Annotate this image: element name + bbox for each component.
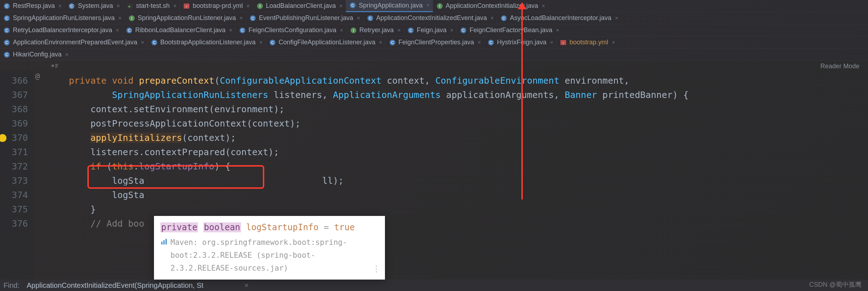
- line-number: 371: [0, 145, 28, 159]
- line-number: 369: [0, 117, 28, 131]
- find-input[interactable]: [26, 281, 241, 290]
- code-line[interactable]: if (this.logStartupInfo) {: [47, 159, 868, 174]
- close-icon[interactable]: ×: [357, 15, 360, 21]
- editor-tab[interactable]: CFeignClientProperties.java×: [386, 36, 484, 49]
- tab-label: BootstrapApplicationListener.java: [160, 39, 256, 46]
- editor-tab[interactable]: CRetryLoadBalancerInterceptor.java×: [0, 24, 122, 36]
- close-icon[interactable]: ×: [259, 39, 262, 46]
- close-icon[interactable]: ×: [229, 27, 232, 34]
- tab-label: RestResp.java: [13, 2, 55, 10]
- tab-label: ApplicationEnvironmentPreparedEvent.java: [13, 39, 137, 46]
- code-line[interactable]: postProcessApplicationContext(context);: [47, 117, 868, 131]
- close-icon[interactable]: ×: [615, 15, 618, 21]
- editor-tab[interactable]: CHystrixFeign.java×: [484, 36, 556, 49]
- editor-tab[interactable]: CBootstrapApplicationListener.java×: [148, 36, 266, 49]
- editor-tab[interactable]: CAsyncLoadBalancerInterceptor.java×: [497, 12, 622, 24]
- close-icon[interactable]: ×: [426, 2, 429, 9]
- code-line[interactable]: listeners.contextPrepared(context);: [47, 145, 868, 159]
- svg-text:Y: Y: [563, 41, 565, 45]
- svg-text:C: C: [5, 28, 8, 33]
- editor-tab[interactable]: Ybootstrap.yml×: [556, 36, 618, 49]
- close-icon[interactable]: ×: [379, 39, 382, 46]
- tab-label: RetryLoadBalancerInterceptor.java: [13, 26, 112, 34]
- tab-label: start-test.sh: [136, 2, 170, 10]
- editor-tab[interactable]: CRibbonLoadBalancerClient.java×: [122, 24, 236, 36]
- code-line[interactable]: SpringApplicationRunListeners listeners,…: [47, 88, 868, 102]
- quick-doc-tooltip: private boolean logStartupInfo = true Ma…: [154, 216, 385, 280]
- line-number: 376: [0, 217, 28, 231]
- editor-tab[interactable]: ILoadBalancerClient.java×: [253, 0, 346, 12]
- editor-tab[interactable]: ISpringApplicationRunListener.java×: [125, 12, 246, 24]
- close-icon[interactable]: ×: [542, 3, 545, 9]
- close-icon[interactable]: ×: [141, 39, 144, 46]
- close-icon[interactable]: ×: [339, 3, 343, 9]
- editor-tab[interactable]: ▶start-test.sh×: [123, 0, 180, 12]
- reader-mode-label[interactable]: Reader Mode: [820, 63, 859, 70]
- code-line[interactable]: context.setEnvironment(environment);: [47, 102, 868, 117]
- close-icon[interactable]: ×: [246, 3, 250, 9]
- svg-text:C: C: [409, 28, 412, 33]
- close-icon[interactable]: ×: [478, 39, 481, 46]
- editor-tab[interactable]: CRestResp.java×: [0, 0, 65, 12]
- code-line[interactable]: private void prepareContext(Configurable…: [47, 74, 868, 88]
- svg-text:C: C: [128, 28, 131, 33]
- close-icon[interactable]: ×: [397, 27, 401, 34]
- intention-bulb-icon[interactable]: [0, 134, 6, 142]
- tooltip-keyword-boolean: boolean: [203, 222, 241, 232]
- editor-tab[interactable]: CSpringApplication.java×: [346, 0, 433, 12]
- close-icon[interactable]: ×: [58, 3, 62, 9]
- tab-row: CSpringApplicationRunListeners.java×ISpr…: [0, 12, 868, 24]
- find-close-icon[interactable]: ×: [244, 281, 249, 290]
- editor-tab[interactable]: Ybootstrap-prd.yml×: [180, 0, 253, 12]
- tab-row: CApplicationEnvironmentPreparedEvent.jav…: [0, 36, 868, 49]
- tab-row: CRestResp.java×CSystem.java×▶start-test.…: [0, 0, 868, 12]
- code-line[interactable]: applyInitializers(context);: [47, 131, 868, 145]
- breadcrumb-bar: [0, 61, 868, 71]
- close-icon[interactable]: ×: [240, 15, 243, 21]
- line-number: 366: [0, 74, 28, 88]
- svg-text:C: C: [5, 53, 8, 57]
- editor-tab[interactable]: CEventPublishingRunListener.java×: [246, 12, 363, 24]
- close-icon[interactable]: ×: [65, 51, 68, 58]
- editor-tab[interactable]: CFeign.java×: [404, 24, 457, 36]
- line-number-gutter: 366367368369370371372373374375376: [0, 71, 33, 291]
- editor-tab[interactable]: CSpringApplicationRunListeners.java×: [0, 12, 125, 24]
- close-icon[interactable]: ×: [116, 27, 119, 34]
- tab-label: EventPublishingRunListener.java: [259, 14, 353, 22]
- editor-tab[interactable]: CApplicationEnvironmentPreparedEvent.jav…: [0, 36, 148, 49]
- editor-tab[interactable]: CConfigFileApplicationListener.java×: [266, 36, 386, 49]
- breadcrumb-icon: [50, 63, 59, 68]
- code-line[interactable]: logSta: [47, 188, 868, 202]
- editor-tab[interactable]: IApplicationContextInitializer.java×: [433, 0, 549, 12]
- line-number: 373: [0, 174, 28, 188]
- tab-label: ApplicationContextInitializedEvent.java: [376, 14, 487, 22]
- tooltip-menu-icon[interactable]: ⋮: [372, 262, 381, 275]
- tooltip-field-name: logStartupInfo: [246, 222, 318, 232]
- find-bar: Find: ×: [0, 280, 868, 291]
- code-line[interactable]: logStaxxxxxxxxxxxxxxxxxxxxxxxxxxxxxxxxxl…: [47, 174, 868, 188]
- svg-text:C: C: [5, 4, 8, 8]
- find-label: Find:: [4, 281, 19, 290]
- close-icon[interactable]: ×: [118, 15, 121, 21]
- close-icon[interactable]: ×: [556, 27, 559, 34]
- editor-tab[interactable]: IRetryer.java×: [347, 24, 404, 36]
- close-icon[interactable]: ×: [450, 27, 453, 34]
- code-line[interactable]: }: [47, 202, 868, 217]
- editor-tab[interactable]: CApplicationContextInitializedEvent.java…: [363, 12, 497, 24]
- tab-label: FeignClientProperties.java: [399, 39, 474, 46]
- maven-icon: [160, 238, 168, 245]
- close-icon[interactable]: ×: [612, 39, 615, 46]
- close-icon[interactable]: ×: [550, 39, 553, 46]
- editor-tab[interactable]: CSystem.java×: [65, 0, 123, 12]
- tab-label: bootstrap.yml: [569, 39, 608, 46]
- close-icon[interactable]: ×: [340, 27, 343, 34]
- close-icon[interactable]: ×: [116, 3, 120, 9]
- tab-label: Feign.java: [417, 26, 447, 34]
- editor-tab[interactable]: CHikariConfig.java×: [0, 49, 72, 61]
- close-icon[interactable]: ×: [491, 15, 494, 21]
- watermark: CSDN @蜀中孤鹰: [809, 280, 862, 289]
- editor-tab[interactable]: CFeignClientsConfiguration.java×: [236, 24, 346, 36]
- editor-tab[interactable]: CFeignClientFactoryBean.java×: [457, 24, 562, 36]
- tab-label: bootstrap-prd.yml: [193, 2, 243, 10]
- close-icon[interactable]: ×: [173, 3, 177, 9]
